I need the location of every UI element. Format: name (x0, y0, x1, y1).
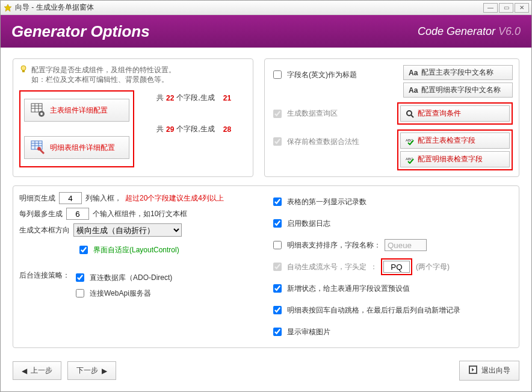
detail-config-button[interactable]: 明细表组件详细配置 (24, 136, 129, 159)
aa-icon: Aa (409, 86, 418, 95)
hint-line2: 如：栏位及文本框可编辑性、背景颜色等。 (31, 75, 176, 84)
maximize-button[interactable]: ▭ (499, 3, 513, 13)
prev-button[interactable]: ◀ 上一步 (13, 361, 61, 380)
show-audit-checkbox[interactable]: 显示审核图片 (271, 326, 513, 338)
sort-field-input (385, 239, 427, 251)
layout-control-checkbox[interactable]: 界面自适应(LayoutControl) (77, 244, 179, 256)
abc-check-icon: ABC (406, 155, 414, 164)
svg-point-9 (40, 113, 43, 115)
svg-rect-2 (22, 70, 25, 72)
svg-marker-0 (4, 4, 11, 11)
detail-field-count: 29 (166, 125, 174, 134)
arrow-left-icon: ◀ (22, 367, 27, 375)
svg-point-16 (407, 111, 412, 116)
exit-icon (468, 365, 478, 376)
detail-pages-warning: 超过20个字段建议生成4列以上 (125, 193, 224, 204)
master-config-button[interactable]: 主表组件详细配置 (24, 99, 129, 122)
detail-pages-label: 明细页生成 (19, 193, 55, 204)
svg-rect-3 (31, 104, 42, 112)
enable-log-checkbox[interactable]: 启用数据日志 (271, 217, 513, 229)
grid-gear-icon (31, 103, 45, 117)
config-master-check-button[interactable]: ABC 配置主表检查字段 (400, 132, 510, 149)
backend-webapi-checkbox[interactable]: 连接WebApi服务器 (73, 287, 172, 299)
exit-button[interactable]: 退出向导 (459, 361, 519, 381)
search-icon (406, 110, 414, 118)
window-title: 向导 - 生成业务单据窗体 (15, 2, 483, 13)
svg-line-17 (411, 115, 413, 117)
maxcols-input[interactable] (66, 208, 89, 220)
hint-line1: 配置字段是否生成组件，及组件的特性设置。 (31, 65, 176, 75)
wizard-icon (3, 3, 13, 13)
next-button[interactable]: 下一步 ▶ (67, 361, 116, 380)
arrow-right-icon: ▶ (102, 367, 107, 375)
detail-pages-input[interactable] (59, 192, 82, 204)
enter-nav-checkbox[interactable]: 明细表按回车自动跳格，在最后行最后列自动新增记录 (271, 304, 513, 316)
detail-gen-count: 28 (223, 125, 231, 134)
backend-label: 后台连接策略： (19, 270, 70, 281)
textdir-label: 生成文本框方向 (19, 225, 70, 235)
maxcols-label: 每列最多生成 (19, 209, 63, 219)
first-row-count-checkbox[interactable]: 表格的第一列显示记录数 (271, 196, 513, 208)
config-query-button[interactable]: 配置查询条件 (400, 105, 510, 122)
close-button[interactable]: ✕ (515, 3, 529, 13)
aa-icon: Aa (409, 69, 418, 77)
serial-prefix-input[interactable] (383, 261, 410, 273)
lightbulb-icon (19, 65, 28, 84)
gen-query-checkbox[interactable]: 生成数据查询区 (271, 108, 338, 120)
validate-checkbox[interactable]: 保存前检查数据合法性 (271, 135, 359, 148)
fieldname-as-title-checkbox[interactable]: 字段名(英文)作为标题 (271, 69, 357, 81)
config-detail-check-button[interactable]: ABC 配置明细表检查字段 (400, 151, 510, 167)
backend-ado-checkbox[interactable]: 直连数据库（ADO-Direct) (73, 272, 172, 284)
grid-wrench-icon (31, 140, 45, 155)
minimize-button[interactable]: — (483, 3, 498, 13)
master-gen-count: 21 (223, 94, 231, 102)
page-title: Generator Options (11, 22, 418, 41)
config-detail-cn-button[interactable]: Aa 配置明细表字段中文名称 (403, 82, 513, 98)
svg-point-1 (21, 66, 26, 70)
svg-point-15 (37, 147, 41, 151)
auto-serial-checkbox[interactable]: 自动生成流水号，字头定 (271, 261, 367, 273)
new-state-checkbox[interactable]: 新增状态，给主表通用字段设置预设值 (271, 282, 513, 294)
master-field-count: 22 (166, 94, 174, 102)
detail-sort-checkbox[interactable]: 明细表支持排序，字段名称： (271, 239, 381, 251)
brand-label: Code Generator V6.0 (418, 25, 521, 38)
abc-check-icon: ABC (406, 137, 414, 145)
textdir-select[interactable]: 横向生成（自动折行） (73, 223, 182, 237)
config-master-cn-button[interactable]: Aa 配置主表字段中文名称 (403, 65, 513, 80)
